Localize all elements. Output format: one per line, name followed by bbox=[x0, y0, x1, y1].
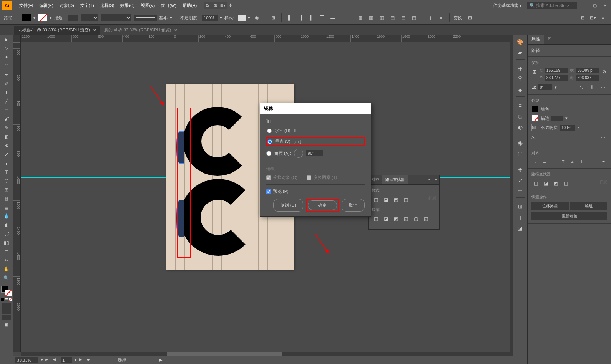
align-top-icon[interactable]: ▔ bbox=[318, 13, 326, 22]
horizontal-radio-row[interactable]: 水平 (H) ⥯ bbox=[266, 127, 365, 134]
document-tab-1[interactable]: 未标题-1* @ 33.33% (RGB/GPU 预览) ✕ bbox=[14, 26, 100, 35]
tool-zoom[interactable]: 🔍 bbox=[1, 274, 12, 282]
tool-gradient[interactable]: ▤ bbox=[1, 203, 12, 212]
tool-hand[interactable]: ✋ bbox=[1, 265, 12, 273]
reference-point-icon[interactable]: ⊞ bbox=[531, 68, 537, 76]
transform-label[interactable]: 变换 bbox=[453, 15, 462, 21]
stroke-width-input[interactable] bbox=[551, 116, 563, 121]
more-appearance-icon[interactable]: ⋯ bbox=[599, 133, 607, 142]
stroke-width-input[interactable] bbox=[68, 15, 78, 21]
dock-pathfinder-icon[interactable]: ◪ bbox=[516, 224, 525, 232]
tool-magic-wand[interactable]: ✦ bbox=[1, 53, 12, 61]
nav-last-icon[interactable]: ⏭ bbox=[87, 357, 92, 363]
pf-intersect-icon[interactable]: ◩ bbox=[551, 179, 560, 188]
pf-crop-icon[interactable]: ◰ bbox=[402, 215, 410, 223]
float-menu-icon[interactable]: ≡ bbox=[432, 175, 439, 184]
fx-label[interactable]: fx. bbox=[531, 135, 536, 140]
dock-more-icon[interactable]: ⊞ bbox=[516, 202, 525, 211]
color-mode-toggle[interactable] bbox=[1, 298, 12, 301]
ok-button[interactable]: 确定 bbox=[308, 200, 337, 210]
pf-unite-icon[interactable]: ◫ bbox=[372, 195, 380, 204]
tool-graph[interactable]: ▮▯ bbox=[1, 238, 12, 247]
scrollbar-vertical[interactable] bbox=[510, 42, 513, 352]
stroke-swatch[interactable] bbox=[531, 115, 538, 122]
menu-type[interactable]: 文字(T) bbox=[77, 3, 97, 8]
offset-path-button[interactable]: 位移路径 bbox=[531, 202, 569, 210]
angle-radio[interactable] bbox=[266, 151, 271, 156]
zoom-input[interactable] bbox=[15, 357, 38, 363]
flip-h-icon[interactable]: ⇋ bbox=[577, 83, 586, 91]
menu-file[interactable]: 文件(F) bbox=[16, 3, 36, 8]
align-right-icon[interactable]: ▌ bbox=[307, 13, 315, 22]
vertical-radio-row[interactable]: 垂直 (V) ▷◁ bbox=[266, 137, 365, 146]
menu-help[interactable]: 帮助(H) bbox=[179, 3, 200, 8]
tool-symbol-sprayer[interactable]: ⛶ bbox=[1, 230, 12, 238]
tool-eraser[interactable]: ◧ bbox=[1, 132, 12, 141]
align-right-icon[interactable]: ⫞ bbox=[550, 158, 558, 165]
dock-align-icon[interactable]: ⫿ bbox=[516, 213, 525, 222]
tool-mesh[interactable]: ▦ bbox=[1, 194, 12, 203]
tab-close-icon[interactable]: ✕ bbox=[93, 28, 96, 32]
recolor-button[interactable]: 重新着色 bbox=[531, 212, 607, 220]
tool-line[interactable]: ╱ bbox=[1, 97, 12, 106]
align-left-icon[interactable]: ▌ bbox=[286, 13, 294, 22]
dock-asset-export-icon[interactable]: ↗ bbox=[516, 176, 525, 184]
scrollbar-horizontal[interactable] bbox=[21, 352, 513, 356]
draw-normal[interactable] bbox=[2, 303, 11, 309]
dist-left-icon[interactable]: ▥ bbox=[356, 13, 364, 22]
tool-eyedropper[interactable]: 💧 bbox=[1, 212, 12, 220]
dock-layers-icon[interactable]: ◈ bbox=[516, 165, 525, 174]
pf-merge-icon[interactable]: ◩ bbox=[392, 215, 400, 223]
menu-object[interactable]: 对象(O) bbox=[56, 3, 77, 8]
pf-minus-icon[interactable]: ◪ bbox=[541, 179, 550, 188]
ruler-vertical[interactable]: 200200400600800100012001400160018002000 bbox=[13, 42, 21, 352]
align-left-icon[interactable]: ⫟ bbox=[531, 158, 539, 165]
preview-checkbox[interactable] bbox=[266, 189, 271, 194]
angle-dial[interactable] bbox=[294, 149, 303, 158]
align-hcenter-icon[interactable]: ▐ bbox=[296, 13, 305, 22]
panel-menu-icon[interactable]: ≡ bbox=[599, 13, 607, 22]
pf-divide-icon[interactable]: ◫ bbox=[372, 215, 380, 223]
pf-minusback-icon[interactable]: ◱ bbox=[422, 215, 430, 223]
horizontal-radio[interactable] bbox=[267, 129, 272, 133]
ruler-horizontal[interactable]: 1200100080060040020002004006008001000120… bbox=[21, 35, 513, 42]
tool-free-transform[interactable]: ◫ bbox=[1, 168, 12, 176]
stroke-style-dropdown[interactable] bbox=[81, 14, 98, 21]
dist-vcenter-icon[interactable]: ▤ bbox=[399, 13, 407, 22]
menu-view[interactable]: 视图(V) bbox=[138, 3, 158, 8]
dock-appearance-icon[interactable]: ◉ bbox=[516, 139, 525, 147]
stock-icon[interactable]: St bbox=[211, 2, 219, 9]
align-top-icon[interactable]: ⫪ bbox=[559, 158, 567, 165]
tool-pen[interactable]: ✒ bbox=[1, 71, 12, 79]
pf-exclude-icon[interactable]: ◰ bbox=[561, 179, 570, 188]
group-button[interactable]: 编组 bbox=[570, 202, 608, 210]
guide-horizontal[interactable] bbox=[21, 270, 513, 270]
x-input[interactable] bbox=[545, 68, 568, 73]
dock-color-guide-icon[interactable]: ▰ bbox=[516, 48, 525, 57]
align-bottom-icon[interactable]: ▁ bbox=[339, 13, 348, 22]
stroke-dropdown-icon[interactable]: ▾ bbox=[565, 116, 568, 121]
tool-rectangle[interactable]: ▭ bbox=[1, 106, 12, 114]
transform-ref-icon[interactable]: ⊞ bbox=[466, 13, 474, 22]
style-dropdown-icon[interactable]: ▾ bbox=[248, 15, 250, 20]
height-input[interactable] bbox=[576, 75, 599, 81]
rotate-dropdown-icon[interactable]: ▾ bbox=[555, 85, 557, 90]
close-button[interactable]: ✕ bbox=[600, 2, 609, 9]
flip-v-icon[interactable]: ⥯ bbox=[588, 83, 596, 91]
dock-color-icon[interactable]: 🎨 bbox=[516, 38, 525, 46]
tool-blend[interactable]: ◐ bbox=[1, 221, 12, 229]
float-collapse-icon[interactable]: » bbox=[425, 175, 432, 184]
opacity-input[interactable] bbox=[560, 125, 575, 131]
gpu-icon[interactable]: ✈ bbox=[227, 2, 234, 9]
dock-stroke-icon[interactable]: ≡ bbox=[516, 101, 525, 110]
menu-edit[interactable]: 编辑(E) bbox=[36, 3, 56, 8]
y-input[interactable] bbox=[545, 75, 568, 81]
dist-spacing-v-icon[interactable]: ⫿ bbox=[426, 13, 435, 22]
dock-graphic-styles-icon[interactable]: ▢ bbox=[516, 149, 525, 158]
pf-unite-icon[interactable]: ◫ bbox=[531, 179, 540, 188]
maximize-button[interactable]: ▢ bbox=[590, 2, 599, 9]
workspace-selector[interactable]: 传统基本功能 ▾ bbox=[491, 2, 524, 9]
width-input[interactable] bbox=[576, 68, 599, 73]
tool-direct-selection[interactable]: ▷ bbox=[1, 44, 12, 53]
dock-brushes-icon[interactable]: Ÿ bbox=[516, 75, 525, 83]
